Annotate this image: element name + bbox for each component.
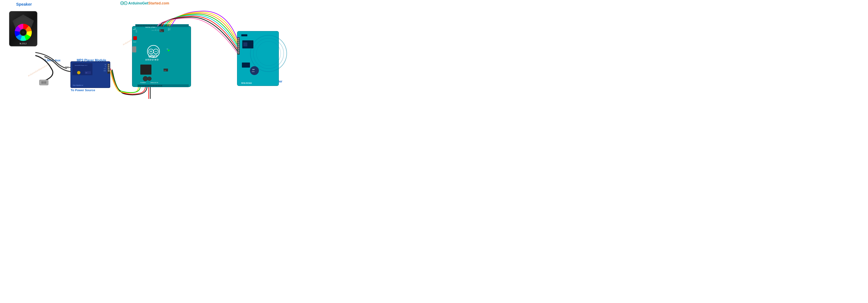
mp3-module-label: MP3 Player Module xyxy=(77,59,106,62)
svg-rect-116 xyxy=(238,44,239,45)
svg-rect-51 xyxy=(167,25,168,26)
svg-text:VIN: VIN xyxy=(148,89,149,90)
svg-text:IOREF: IOREF xyxy=(138,89,141,90)
svg-point-55 xyxy=(147,45,159,58)
svg-text:A1: A1 xyxy=(153,89,154,90)
svg-rect-41 xyxy=(151,25,152,26)
svg-rect-74 xyxy=(146,85,148,87)
svg-rect-111 xyxy=(243,42,247,46)
svg-rect-104 xyxy=(163,69,168,71)
logo-text: ArduinoGetStarted.com xyxy=(128,1,169,5)
svg-rect-65 xyxy=(133,36,137,40)
svg-rect-14 xyxy=(71,62,110,88)
svg-rect-15 xyxy=(72,63,92,75)
arduino-logo-icon xyxy=(120,1,127,5)
svg-point-109 xyxy=(256,41,281,66)
svg-rect-33 xyxy=(138,25,139,26)
svg-rect-102 xyxy=(159,29,164,32)
svg-rect-39 xyxy=(148,25,149,26)
svg-rect-49 xyxy=(164,25,165,26)
svg-text:RX: RX xyxy=(105,64,106,65)
svg-text:DIY: DIY xyxy=(252,69,255,70)
svg-rect-34 xyxy=(140,25,141,26)
svg-text:13: 13 xyxy=(160,29,161,31)
svg-rect-68 xyxy=(137,84,189,87)
svg-rect-47 xyxy=(160,25,162,26)
svg-rect-75 xyxy=(148,85,149,87)
svg-point-26 xyxy=(77,71,80,74)
aux-label: 3.5mm Aux xyxy=(44,59,60,62)
svg-text:ON: ON xyxy=(166,48,168,49)
svg-rect-19 xyxy=(108,66,110,68)
logo-area: ArduinoGetStarted.com xyxy=(120,1,169,5)
svg-text:GND: GND xyxy=(103,70,106,71)
svg-text:ARDUINO: ARDUINO xyxy=(145,59,159,61)
svg-rect-120 xyxy=(238,52,239,54)
svg-rect-45 xyxy=(157,25,158,26)
svg-text:DIGITAL (PWM~): DIGITAL (PWM~) xyxy=(145,27,156,28)
svg-rect-101 xyxy=(140,65,151,75)
svg-text:A0: A0 xyxy=(151,89,152,90)
svg-text:TX0+1: TX0+1 xyxy=(169,28,170,30)
svg-text:11: 11 xyxy=(157,29,158,31)
svg-text:POWER: POWER xyxy=(140,82,146,83)
svg-rect-31 xyxy=(135,24,189,27)
svg-rect-43 xyxy=(154,25,155,26)
svg-rect-8 xyxy=(65,67,69,68)
svg-rect-106 xyxy=(237,31,279,86)
svg-rect-70 xyxy=(140,85,141,87)
svg-rect-67 xyxy=(132,46,136,53)
svg-text:A3: A3 xyxy=(156,89,157,90)
svg-text:ICSP: ICSP xyxy=(164,70,166,71)
watermark-3: ArduinoGetStarted.com xyxy=(146,72,169,86)
svg-text:12: 12 xyxy=(158,29,159,31)
svg-text:5V: 5V xyxy=(143,89,144,90)
svg-rect-11 xyxy=(41,81,46,84)
svg-text:TX: TX xyxy=(105,66,106,67)
svg-text:ANALOG IN: ANALOG IN xyxy=(150,82,158,83)
svg-point-100 xyxy=(147,77,151,81)
svg-rect-48 xyxy=(162,25,163,26)
svg-rect-113 xyxy=(238,38,239,39)
svg-text:RX0+0: RX0+0 xyxy=(168,28,169,31)
svg-rect-126 xyxy=(242,63,250,68)
svg-text:A2: A2 xyxy=(154,89,155,90)
svg-text:UNO: UNO xyxy=(148,54,157,58)
speaker-title: Speaker xyxy=(16,2,32,7)
svg-text:RX: RX xyxy=(136,31,137,32)
svg-rect-42 xyxy=(152,25,154,26)
svg-rect-17 xyxy=(107,64,110,74)
svg-rect-119 xyxy=(238,50,239,52)
svg-rect-10 xyxy=(39,80,48,85)
speaker-woofer-center xyxy=(20,29,27,36)
page-container: ArduinoGetStarted.com Speaker xyxy=(0,0,289,101)
svg-rect-50 xyxy=(165,25,166,26)
svg-point-63 xyxy=(168,49,169,51)
svg-text:A5: A5 xyxy=(159,89,160,90)
svg-text:AREF: AREF xyxy=(133,29,136,30)
svg-point-107 xyxy=(250,35,287,72)
svg-rect-46 xyxy=(159,25,160,26)
svg-rect-36 xyxy=(143,25,144,26)
svg-text:ables: ables xyxy=(252,71,255,72)
svg-rect-78 xyxy=(153,85,154,87)
rfid-reader-label: RFID RC522 Reader xyxy=(249,80,285,83)
watermark-1: ArduinoGetStarted.com xyxy=(27,63,50,77)
svg-rect-18 xyxy=(108,64,110,66)
svg-rect-117 xyxy=(238,46,239,47)
svg-text:10: 10 xyxy=(155,29,156,31)
svg-rect-80 xyxy=(156,85,157,87)
watermark-2: ArduinoGetStarted.com xyxy=(122,31,145,46)
speaker-component: NJSJ xyxy=(6,11,40,52)
svg-rect-69 xyxy=(138,85,140,87)
svg-rect-118 xyxy=(238,48,239,49)
svg-rect-77 xyxy=(151,85,152,87)
svg-text:3V3: 3V3 xyxy=(141,89,143,90)
svg-text:RESET: RESET xyxy=(139,90,142,91)
svg-point-122 xyxy=(250,66,259,75)
svg-rect-21 xyxy=(108,70,110,72)
svg-rect-76 xyxy=(150,85,151,87)
svg-rect-112 xyxy=(237,37,240,55)
svg-rect-73 xyxy=(145,85,146,87)
svg-rect-32 xyxy=(136,25,137,26)
